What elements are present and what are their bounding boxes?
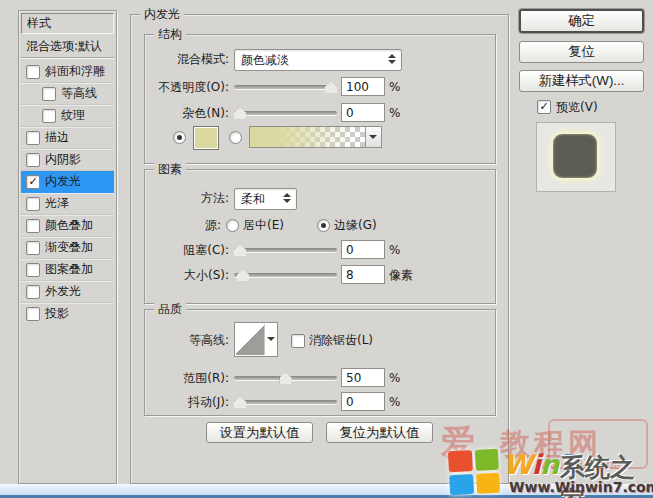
sidebar-item-label: 内阴影 (45, 149, 81, 170)
source-edge-label: 边缘(G) (334, 215, 377, 235)
checkbox[interactable] (26, 263, 40, 277)
elements-group: 图素 方法: 柔和 源: 居中(E) 边缘(G) 阻塞(C): % 大小(S):… (144, 169, 496, 304)
opacity-slider[interactable] (234, 80, 337, 94)
size-slider[interactable] (234, 268, 337, 282)
slider-thumb[interactable] (280, 373, 292, 384)
slider-thumb[interactable] (234, 245, 246, 256)
sidebar-item-texture[interactable]: 纹理 (21, 105, 114, 127)
glow-preview-shape (553, 134, 597, 178)
sidebar-item-label: 内发光 (45, 171, 81, 192)
checkbox[interactable] (26, 219, 40, 233)
preview-checkbox[interactable]: ✓ (537, 100, 551, 114)
updown-arrows-icon (388, 54, 396, 64)
checkbox[interactable] (26, 307, 40, 321)
set-default-button[interactable]: 设置为默认值 (206, 422, 313, 443)
gradient-radio[interactable] (229, 131, 242, 144)
checkbox[interactable] (42, 87, 56, 101)
checkbox[interactable] (26, 153, 40, 167)
cancel-button[interactable]: 复位 (519, 41, 644, 63)
noise-slider[interactable] (234, 106, 337, 120)
checkmark-icon: ✓ (28, 175, 37, 188)
sidebar-item-label: 投影 (45, 303, 69, 324)
source-edge-radio[interactable] (317, 219, 330, 232)
checkbox[interactable] (26, 197, 40, 211)
sidebar-item-inner-shadow[interactable]: 内阴影 (21, 149, 114, 171)
technique-select[interactable]: 柔和 (234, 188, 297, 210)
preview-label: 预览(V) (556, 99, 598, 115)
gradient-picker[interactable] (249, 126, 382, 148)
sidebar-item-label: 等高线 (61, 83, 97, 104)
new-style-button[interactable]: 新建样式(W)... (519, 70, 644, 92)
sidebar-item-bevel-emboss[interactable]: 斜面和浮雕 (21, 61, 114, 83)
opacity-label: 不透明度(O): (145, 77, 229, 97)
contour-thumbnail[interactable] (236, 324, 265, 355)
elements-legend: 图素 (154, 162, 186, 176)
dropdown-arrow-icon (369, 135, 377, 139)
checkbox[interactable] (26, 131, 40, 145)
antialias-label: 消除锯齿(L) (309, 330, 373, 350)
choke-input[interactable] (341, 240, 385, 259)
blend-mode-select[interactable]: 颜色减淡 (234, 49, 402, 71)
jitter-slider[interactable] (234, 395, 337, 409)
checkbox[interactable] (26, 241, 40, 255)
checkmark-icon: ✓ (539, 100, 548, 113)
sidebar-item-contour[interactable]: 等高线 (21, 83, 114, 105)
windows-flag-icon (448, 449, 500, 496)
antialias-checkbox[interactable] (291, 334, 305, 348)
contour-dropdown-button[interactable] (266, 323, 277, 356)
slider-track[interactable] (234, 111, 337, 115)
slider-track[interactable] (234, 248, 337, 252)
sidebar-item-satin[interactable]: 光泽 (21, 193, 114, 215)
size-input[interactable] (341, 265, 385, 284)
inner-glow-panel: 内发光 结构 混合模式: 颜色减淡 不透明度(O): % 杂色(N): % (130, 14, 509, 484)
source-center-radio[interactable] (226, 219, 239, 232)
technique-value: 柔和 (241, 192, 265, 206)
checkbox[interactable] (26, 285, 40, 299)
preview-thumbnail (536, 122, 616, 192)
range-label: 范围(R): (145, 368, 229, 388)
blend-mode-label: 混合模式: (145, 49, 229, 69)
gradient-dropdown-button[interactable] (365, 127, 381, 147)
jitter-input[interactable] (341, 392, 385, 411)
checkbox[interactable] (26, 65, 40, 79)
choke-slider[interactable] (234, 243, 337, 257)
brand-letter: i (532, 449, 540, 480)
sidebar-item-drop-shadow[interactable]: 投影 (21, 303, 114, 324)
checkbox-checked[interactable]: ✓ (26, 175, 40, 189)
slider-thumb[interactable] (234, 108, 246, 119)
sidebar-item-stroke[interactable]: 描边 (21, 127, 114, 149)
sidebar-item-gradient-overlay[interactable]: 渐变叠加 (21, 237, 114, 259)
noise-label: 杂色(N): (145, 103, 229, 123)
sidebar-item-label: 纹理 (61, 105, 85, 126)
slider-track[interactable] (234, 400, 337, 404)
glow-color-swatch[interactable] (193, 126, 219, 150)
slider-thumb[interactable] (237, 270, 249, 281)
jitter-unit: % (389, 392, 400, 412)
opacity-input[interactable] (341, 77, 385, 96)
ok-button[interactable]: 确定 (519, 9, 644, 33)
reset-default-button[interactable]: 复位为默认值 (326, 422, 433, 443)
sidebar-item-outer-glow[interactable]: 外发光 (21, 281, 114, 303)
solid-color-radio[interactable] (173, 131, 186, 144)
sidebar-item-blending-options[interactable]: 混合选项:默认 (21, 36, 114, 58)
sidebar-item-color-overlay[interactable]: 颜色叠加 (21, 215, 114, 237)
noise-input[interactable] (341, 103, 385, 122)
slider-track[interactable] (234, 273, 337, 277)
watermark-back-frame (548, 419, 648, 469)
range-input[interactable] (341, 368, 385, 387)
contour-picker[interactable] (234, 322, 278, 357)
updown-arrows-icon (283, 193, 291, 203)
slider-thumb[interactable] (234, 397, 246, 408)
contour-label: 等高线: (145, 330, 229, 350)
slider-thumb[interactable] (325, 82, 337, 93)
checkbox[interactable] (42, 109, 56, 123)
styles-header: 样式 (21, 13, 114, 34)
source-center-label: 居中(E) (243, 215, 284, 235)
size-unit: 像素 (389, 265, 413, 285)
sidebar-item-inner-glow[interactable]: ✓ 内发光 (21, 171, 114, 193)
quality-group: 品质 等高线: 消除锯齿(L) 范围(R): % 抖动(J): % (144, 309, 496, 416)
range-slider[interactable] (234, 371, 337, 385)
sidebar-item-pattern-overlay[interactable]: 图案叠加 (21, 259, 114, 281)
sidebar-item-label: 外发光 (45, 281, 81, 302)
slider-track[interactable] (234, 85, 337, 89)
